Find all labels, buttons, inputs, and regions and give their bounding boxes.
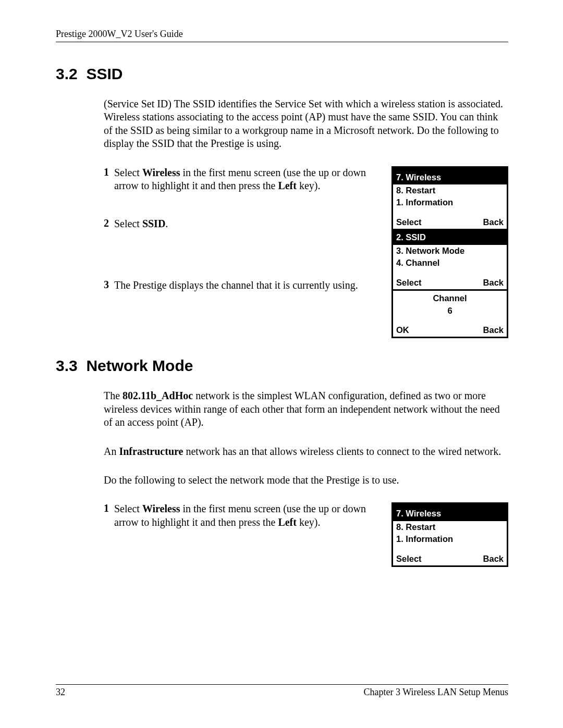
lcd-screen-channel-display: Channel 6 OK Back [391, 291, 508, 338]
page-footer: 32 Chapter 3 Wireless LAN Setup Menus [56, 684, 508, 698]
lcd-value: 6 [393, 305, 507, 317]
lcd-softkey-left: OK [396, 325, 409, 336]
section-3-3-p1: The 802.11b_AdHoc network is the simples… [104, 389, 508, 429]
lcd-softkey-right: Back [483, 217, 504, 228]
lcd-softkey-left: Select [396, 553, 422, 564]
step-3-text: The Prestige displays the channel that i… [114, 279, 381, 292]
lcd-selected-item: 7. Wireless [393, 507, 507, 521]
lcd-item: 3. Network Mode [393, 245, 507, 257]
lcd-title: Channel [393, 291, 507, 304]
lcd-screen-wireless-menu: 7. Wireless 8. Restart 1. Information Se… [391, 166, 508, 231]
lcd-selected-item: 2. SSID [393, 230, 507, 244]
lcd-softkey-left: Select [396, 217, 422, 228]
lcd-softkey-right: Back [483, 325, 504, 336]
step-number: 2 [104, 217, 114, 229]
section-3-3-p3: Do the following to select the network m… [104, 474, 508, 487]
section-3-3-p2: An Infrastructure network has an that al… [104, 445, 508, 458]
step-number: 1 [104, 166, 114, 178]
section-3-2-intro: (Service Set ID) The SSID identifies the… [104, 97, 508, 151]
section-number: 3.3 [56, 357, 78, 374]
section-title: Network Mode [86, 357, 193, 374]
lcd-softkey-right: Back [483, 277, 504, 288]
step-1-text: Select Wireless in the first menu screen… [114, 502, 381, 529]
lcd-item: 4. Channel [393, 257, 507, 269]
lcd-item: 1. Information [393, 533, 507, 545]
lcd-screen-ssid-menu: 2. SSID 3. Network Mode 4. Channel Selec… [391, 230, 508, 291]
step-1-text: Select Wireless in the first menu screen… [114, 166, 381, 193]
running-header: Prestige 2000W_V2 User's Guide [56, 29, 508, 42]
lcd-selected-item: 7. Wireless [393, 170, 507, 184]
step-2-text: Select SSID. [114, 217, 381, 230]
lcd-item: 8. Restart [393, 184, 507, 196]
section-number: 3.2 [56, 65, 78, 82]
lcd-softkey-right: Back [483, 553, 504, 564]
step-number: 1 [104, 502, 114, 514]
step-number: 3 [104, 279, 114, 291]
chapter-label: Chapter 3 Wireless LAN Setup Menus [364, 687, 508, 698]
section-title: SSID [86, 65, 123, 82]
page-number: 32 [56, 687, 65, 698]
lcd-screen-wireless-menu: 7. Wireless 8. Restart 1. Information Se… [391, 502, 508, 567]
section-3-2-heading: 3.2 SSID [56, 65, 508, 83]
section-3-3-heading: 3.3 Network Mode [56, 357, 508, 375]
lcd-item: 1. Information [393, 196, 507, 208]
lcd-softkey-left: Select [396, 277, 422, 288]
lcd-item: 8. Restart [393, 521, 507, 533]
